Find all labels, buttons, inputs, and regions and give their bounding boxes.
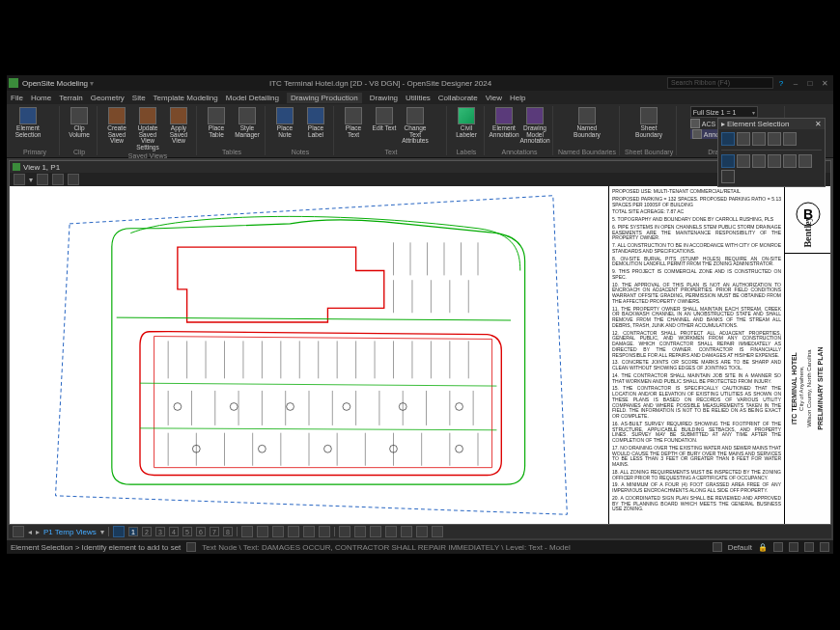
apply-saved-view-button[interactable]: Apply Saved View — [164, 106, 193, 146]
palette-close-icon[interactable]: ✕ — [815, 120, 822, 128]
mode-all-icon[interactable] — [798, 154, 812, 168]
chevron-left-icon[interactable]: ◂ — [28, 528, 32, 536]
minimize-button[interactable]: – — [789, 76, 802, 90]
menu-drawing[interactable]: Drawing — [370, 94, 398, 102]
toolbox-10-icon[interactable] — [385, 526, 397, 537]
mode-subtract-icon[interactable] — [752, 154, 766, 168]
expand-icon[interactable] — [721, 170, 735, 183]
element-selection-button[interactable]: Element Selection — [14, 106, 42, 139]
element-annotation-button[interactable]: Element Annotation — [490, 106, 518, 139]
temp-views-dropdown[interactable]: P1 Temp Views — [43, 528, 97, 536]
mode-clear-icon[interactable] — [783, 154, 797, 168]
menu-terrain[interactable]: Terrain — [59, 94, 82, 102]
text-tool-3-icon[interactable] — [432, 131, 443, 143]
named-boundary-button[interactable]: Named Boundary — [573, 106, 602, 139]
update-saved-view-button[interactable]: Update Saved View Settings — [133, 106, 162, 151]
select-shape-icon[interactable] — [752, 132, 766, 146]
status-icon-2[interactable] — [773, 542, 783, 552]
scale-dropdown[interactable]: Full Size 1 = 1 — [690, 106, 758, 118]
drawing-canvas[interactable] — [10, 186, 608, 524]
view-attributes-icon[interactable] — [14, 174, 25, 185]
sheet-boundary-button[interactable]: Sheet Boundary — [634, 106, 663, 139]
menu-geometry[interactable]: Geometry — [91, 94, 125, 102]
toolbox-13-icon[interactable] — [432, 526, 443, 537]
close-button[interactable]: ✕ — [818, 76, 831, 90]
toolbox-4-icon[interactable] — [288, 526, 299, 537]
select-circle-icon[interactable] — [768, 132, 781, 146]
cursor-icon: ▸ — [721, 120, 725, 128]
mode-new-icon[interactable] — [721, 154, 735, 168]
palette-titlebar[interactable]: ▸Element Selection ✕ — [718, 119, 825, 129]
mode-invert-icon[interactable] — [768, 154, 781, 168]
element-selection-palette[interactable]: ▸Element Selection ✕ — [717, 118, 826, 187]
snap-label[interactable]: Default — [728, 543, 752, 552]
select-line-icon[interactable] — [783, 132, 797, 146]
menu-utilities[interactable]: Utilities — [406, 94, 431, 102]
status-icon-5[interactable] — [820, 542, 829, 552]
ribbon-search-input[interactable]: Search Ribbon (F4) — [667, 77, 773, 89]
mode-add-icon[interactable] — [737, 154, 750, 168]
view-previous-icon[interactable] — [52, 174, 64, 185]
menu-file[interactable]: File — [11, 94, 23, 102]
snap-mode-icon[interactable] — [713, 542, 722, 552]
edit-text-button[interactable]: Edit Text — [370, 106, 399, 133]
menu-collaborate[interactable]: Collaborate — [438, 94, 478, 102]
place-label-button[interactable]: Place Label — [301, 106, 330, 139]
workflow-name[interactable]: OpenSite Modeling — [22, 79, 88, 88]
menu-view[interactable]: View — [486, 94, 502, 102]
toolbox-3-icon[interactable] — [272, 526, 284, 537]
menu-drawing-production[interactable]: Drawing Production — [287, 93, 362, 103]
status-icon-1[interactable] — [186, 542, 196, 552]
view-num-3[interactable]: 3 — [155, 527, 165, 536]
clip-volume-button[interactable]: Clip Volume — [65, 106, 94, 139]
view-num-2[interactable]: 2 — [142, 527, 152, 536]
view-plus-icon[interactable] — [13, 526, 24, 537]
text-tool-2-icon[interactable] — [432, 119, 443, 130]
view-display-icon[interactable] — [37, 174, 48, 185]
place-table-button[interactable]: Place Table — [202, 106, 231, 139]
chevron-down-icon[interactable]: ▾ — [29, 176, 33, 184]
tools-icon[interactable] — [44, 119, 56, 130]
chevron-right-icon[interactable]: ▸ — [36, 528, 40, 536]
change-text-attr-button[interactable]: Change Text Attributes — [401, 106, 430, 146]
menu-site[interactable]: Site — [132, 94, 146, 102]
toolbox-5-icon[interactable] — [303, 526, 315, 537]
lock-icon[interactable]: 🔒 — [758, 543, 768, 552]
menu-home[interactable]: Home — [31, 94, 51, 102]
menu-template[interactable]: Template Modeling — [154, 94, 218, 102]
place-text-button[interactable]: Place Text — [339, 106, 368, 139]
status-icon-4[interactable] — [804, 542, 814, 552]
style-manager-button[interactable]: Style Manager — [233, 106, 262, 139]
toolbox-7-icon[interactable] — [339, 526, 350, 537]
select-block-icon[interactable] — [737, 132, 750, 146]
view-num-1[interactable]: 1 — [128, 527, 138, 536]
text-tool-1-icon[interactable] — [432, 106, 443, 118]
toolbox-11-icon[interactable] — [401, 526, 412, 537]
status-icon-3[interactable] — [789, 542, 798, 552]
civil-labeler-button[interactable]: Civil Labeler — [452, 106, 481, 139]
toolbox-2-icon[interactable] — [257, 526, 268, 537]
help-icon[interactable]: ? — [774, 76, 788, 90]
menu-help[interactable]: Help — [510, 94, 525, 102]
toolbox-9-icon[interactable] — [370, 526, 381, 537]
chevron-down-icon[interactable]: ▾ — [100, 528, 104, 536]
view-num-5[interactable]: 5 — [182, 527, 192, 536]
fence-icon[interactable] — [44, 106, 56, 118]
view-titlebar[interactable]: View 1, P1 — [10, 161, 830, 173]
toolbox-6-icon[interactable] — [319, 526, 330, 537]
view-num-7[interactable]: 7 — [210, 527, 219, 536]
view-num-4[interactable]: 4 — [169, 527, 179, 536]
maximize-button[interactable]: □ — [803, 76, 817, 90]
view-next-icon[interactable] — [68, 174, 79, 185]
view-num-6[interactable]: 6 — [196, 527, 206, 536]
drawing-model-annotation-button[interactable]: Drawing Model Annotation — [520, 106, 549, 146]
model-icon[interactable] — [113, 526, 125, 537]
menu-detailing[interactable]: Model Detailing — [226, 94, 279, 102]
toolbox-1-icon[interactable] — [241, 526, 253, 537]
toolbox-8-icon[interactable] — [354, 526, 366, 537]
select-individual-icon[interactable] — [721, 132, 735, 146]
place-note-button[interactable]: Place Note — [270, 106, 299, 139]
view-num-8[interactable]: 8 — [223, 527, 233, 536]
create-saved-view-button[interactable]: Create Saved View — [102, 106, 131, 146]
toolbox-12-icon[interactable] — [416, 526, 428, 537]
